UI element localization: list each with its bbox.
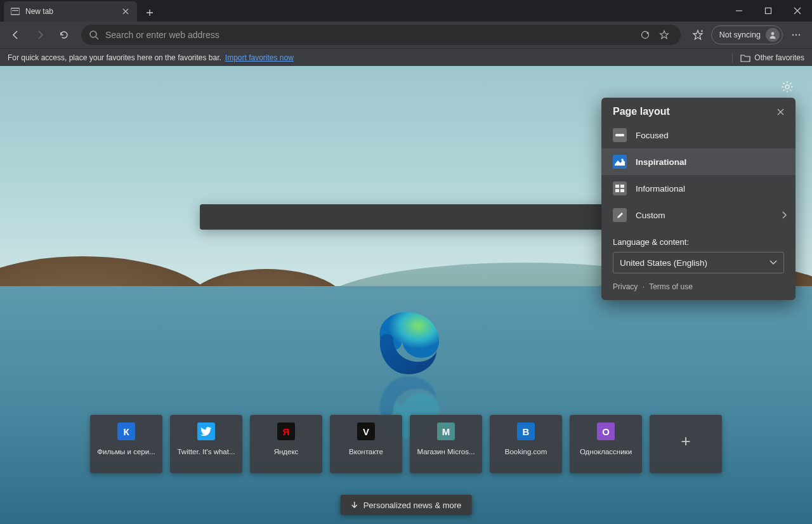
terms-link[interactable]: Terms of use bbox=[649, 282, 693, 291]
close-window-button[interactable] bbox=[783, 0, 812, 22]
refresh-button[interactable] bbox=[53, 24, 75, 46]
quick-link-tile[interactable]: Twitter. It's what... bbox=[170, 415, 242, 473]
layout-option-label: Inspirational bbox=[636, 157, 686, 167]
layout-option-label: Focused bbox=[636, 131, 669, 140]
tile-label: Яндекс bbox=[270, 448, 303, 455]
quick-links: КФильмы и сери...Twitter. It's what...ЯЯ… bbox=[90, 415, 722, 473]
svg-rect-16 bbox=[620, 189, 624, 192]
profile-sync-button[interactable]: Not syncing bbox=[711, 25, 783, 44]
favorite-star-button[interactable] bbox=[655, 24, 673, 46]
tile-icon: B bbox=[517, 422, 535, 440]
arrow-down-icon bbox=[351, 501, 358, 509]
svg-rect-14 bbox=[620, 185, 624, 188]
language-select[interactable]: United States (English) bbox=[613, 252, 784, 273]
layout-option-label: Informational bbox=[636, 184, 685, 193]
shopping-icon[interactable] bbox=[636, 24, 654, 46]
add-quick-link-button[interactable]: + bbox=[650, 415, 722, 473]
folder-icon bbox=[740, 53, 750, 62]
svg-point-5 bbox=[646, 32, 648, 34]
window-controls bbox=[724, 0, 812, 22]
layout-option-custom[interactable]: Custom bbox=[601, 202, 796, 228]
back-button[interactable] bbox=[5, 24, 27, 46]
chevron-right-icon bbox=[782, 211, 787, 219]
layout-option-informational[interactable]: Informational bbox=[601, 175, 796, 202]
svg-point-9 bbox=[799, 34, 800, 36]
inspirational-icon bbox=[613, 155, 627, 169]
more-menu-button[interactable] bbox=[785, 24, 807, 46]
tile-icon: O bbox=[597, 422, 615, 440]
layout-option-focused[interactable]: Focused bbox=[601, 122, 796, 148]
quick-link-tile[interactable]: КФильмы и сери... bbox=[90, 415, 162, 473]
favorites-bar: For quick access, place your favorites h… bbox=[0, 48, 812, 66]
svg-rect-13 bbox=[615, 185, 619, 188]
svg-rect-15 bbox=[615, 189, 619, 192]
address-input[interactable] bbox=[105, 30, 630, 40]
svg-point-8 bbox=[796, 34, 797, 36]
import-favorites-link[interactable]: Import favorites now bbox=[225, 53, 294, 62]
quick-link-tile[interactable]: MМагазин Micros... bbox=[410, 415, 482, 473]
toolbar: Not syncing bbox=[0, 22, 812, 48]
tab-title: New tab bbox=[25, 7, 53, 16]
custom-icon bbox=[613, 208, 627, 222]
tile-icon: Я bbox=[277, 422, 295, 440]
tile-icon: V bbox=[357, 422, 375, 440]
tile-label: Магазин Micros... bbox=[413, 448, 478, 455]
search-icon bbox=[89, 30, 99, 40]
ntp-search-input[interactable] bbox=[209, 212, 603, 222]
new-tab-button[interactable] bbox=[141, 4, 159, 22]
address-bar[interactable] bbox=[81, 25, 681, 45]
avatar-icon bbox=[766, 28, 780, 42]
ntp-search-box[interactable] bbox=[200, 204, 612, 230]
quick-link-tile[interactable]: OОдноклассники bbox=[570, 415, 642, 473]
tile-label: Вконтакте bbox=[345, 448, 387, 455]
panel-close-button[interactable] bbox=[774, 105, 787, 118]
forward-button[interactable] bbox=[29, 24, 51, 46]
chevron-down-icon bbox=[769, 260, 777, 265]
tab-strip: New tab bbox=[0, 0, 159, 22]
tab-favicon-icon bbox=[10, 6, 20, 16]
layout-option-label: Custom bbox=[636, 211, 665, 220]
tab-close-button[interactable] bbox=[121, 6, 131, 16]
minimize-button[interactable] bbox=[724, 0, 754, 22]
news-label: Personalized news & more bbox=[363, 501, 462, 510]
quick-link-tile[interactable]: ЯЯндекс bbox=[250, 415, 322, 473]
other-favorites-button[interactable]: Other favorites bbox=[754, 53, 804, 62]
maximize-button[interactable] bbox=[754, 0, 783, 22]
language-selected-value: United States (English) bbox=[620, 258, 707, 268]
svg-rect-11 bbox=[615, 134, 624, 136]
news-expand-button[interactable]: Personalized news & more bbox=[341, 495, 472, 515]
page-layout-panel: Page layout Focused Inspirational Inform… bbox=[601, 98, 796, 300]
svg-point-3 bbox=[90, 31, 96, 37]
tile-label: Twitter. It's what... bbox=[173, 448, 239, 455]
favbar-hint: For quick access, place your favorites h… bbox=[8, 53, 221, 62]
plus-icon: + bbox=[681, 431, 690, 451]
tab-newtab[interactable]: New tab bbox=[4, 1, 137, 22]
panel-title: Page layout bbox=[613, 106, 670, 117]
svg-rect-1 bbox=[12, 10, 18, 11]
tile-icon bbox=[197, 422, 215, 440]
svg-point-6 bbox=[771, 32, 775, 36]
focused-icon bbox=[613, 128, 627, 142]
svg-rect-0 bbox=[11, 8, 20, 15]
panel-footer: Privacy · Terms of use bbox=[601, 273, 796, 291]
tile-label: Booking.com bbox=[501, 448, 551, 455]
svg-point-12 bbox=[621, 159, 623, 160]
quick-link-tile[interactable]: BBooking.com bbox=[490, 415, 562, 473]
informational-icon bbox=[613, 181, 627, 195]
favorites-button[interactable] bbox=[687, 24, 709, 46]
tile-icon: К bbox=[117, 422, 135, 440]
layout-option-inspirational[interactable]: Inspirational bbox=[601, 148, 796, 175]
titlebar: New tab bbox=[0, 0, 812, 22]
svg-rect-2 bbox=[766, 8, 771, 14]
quick-link-tile[interactable]: VВконтакте bbox=[330, 415, 402, 473]
language-section-label: Language & content: bbox=[601, 228, 796, 252]
new-tab-page: Page layout Focused Inspirational Inform… bbox=[0, 66, 812, 524]
tile-icon: M bbox=[437, 422, 455, 440]
page-settings-button[interactable] bbox=[780, 80, 794, 94]
tile-label: Одноклассники bbox=[576, 448, 636, 455]
privacy-link[interactable]: Privacy bbox=[613, 282, 638, 291]
sync-label: Not syncing bbox=[719, 30, 761, 39]
svg-point-7 bbox=[792, 34, 794, 36]
divider bbox=[732, 53, 733, 63]
tile-label: Фильмы и сери... bbox=[93, 448, 159, 455]
